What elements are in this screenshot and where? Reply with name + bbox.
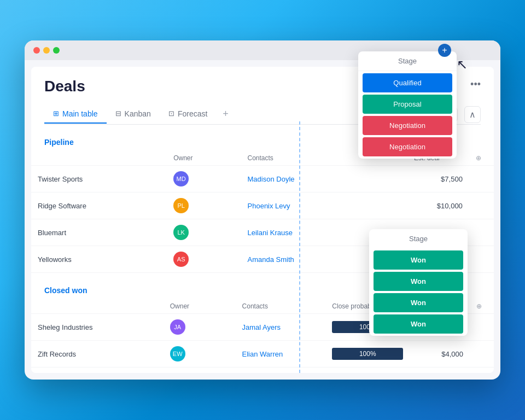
section-divider-line xyxy=(299,121,300,373)
won-option-3[interactable]: Won xyxy=(374,293,463,312)
contact-link[interactable]: Phoenix Levy xyxy=(248,202,290,210)
minimize-button[interactable] xyxy=(43,47,50,54)
table-row: Waissman Gallery SS Sam Spillberg 100% $… xyxy=(31,368,494,374)
contact-link[interactable]: Madison Doyle xyxy=(248,175,295,183)
avatar: AS xyxy=(173,252,189,267)
collapse-button[interactable]: ∧ xyxy=(464,106,481,123)
tab-kanban[interactable]: ⊟ Kanban xyxy=(107,105,160,124)
probability-bar: 100% xyxy=(332,348,403,360)
prob-cell: 100% xyxy=(325,341,410,368)
company-name-cell: Yelloworks xyxy=(31,246,167,273)
company-name-cell: Twister Sports xyxy=(31,166,167,192)
stage-cell xyxy=(334,192,407,219)
owner-cell: AS xyxy=(167,246,241,273)
contacts-cell[interactable]: Phoenix Levy xyxy=(241,192,334,219)
col-header-add: ⊕ xyxy=(469,151,494,166)
contact-link[interactable]: Jamal Ayers xyxy=(242,323,281,331)
contact-link[interactable]: Leilani Krause xyxy=(248,229,293,237)
won-option-4[interactable]: Won xyxy=(374,314,463,334)
est-deal-cell: $4,000 xyxy=(410,341,470,368)
tab-forecast[interactable]: ⊡ Forecast xyxy=(160,105,216,124)
close-button[interactable] xyxy=(33,47,40,54)
owner-cell: MD xyxy=(167,166,241,192)
avatar: PL xyxy=(173,198,189,213)
owner-cell: LK xyxy=(167,219,241,246)
est-deal-cell: $18,100 xyxy=(410,368,470,374)
col-header-owner: Owner xyxy=(164,299,236,314)
stage-option-proposal[interactable]: Proposal xyxy=(363,95,452,114)
owner-cell: SS xyxy=(164,368,236,374)
closed-won-group-title: Closed won xyxy=(44,286,88,295)
contact-link[interactable]: Elian Warren xyxy=(242,350,283,358)
tab-main-table[interactable]: ⊞ Main table xyxy=(44,105,107,124)
add-row-cell xyxy=(469,166,494,192)
more-options-button[interactable]: ••• xyxy=(470,79,481,90)
tab-kanban-label: Kanban xyxy=(125,109,151,118)
contacts-cell[interactable]: Leilani Krause xyxy=(241,219,334,246)
prob-cell: 100% xyxy=(325,368,410,374)
cursor-indicator: ↖ xyxy=(457,57,468,72)
kanban-icon: ⊟ xyxy=(115,109,121,118)
floating-add-button[interactable]: + xyxy=(438,44,451,57)
col-header-contacts: Contacts xyxy=(241,151,334,166)
stage-cell xyxy=(334,166,407,192)
tab-forecast-label: Forecast xyxy=(178,109,207,118)
owner-cell: EW xyxy=(164,341,236,368)
won-option-1[interactable]: Won xyxy=(374,250,463,270)
avatar: EW xyxy=(170,346,185,361)
table-row: Zift Records EW Elian Warren 100% $4,000 xyxy=(31,341,494,368)
owner-cell: PL xyxy=(167,192,241,219)
won-popup-header: Stage xyxy=(369,229,468,248)
won-option-2[interactable]: Won xyxy=(374,272,463,291)
add-column-icon[interactable]: ⊕ xyxy=(476,302,482,310)
owner-cell: JA xyxy=(164,314,236,341)
stage-dropdown-popup: Stage Qualified Proposal Negotiation Neg… xyxy=(358,51,457,159)
avatar: JA xyxy=(170,319,185,335)
traffic-lights xyxy=(33,47,60,54)
est-deal-cell: $10,000 xyxy=(407,192,469,219)
fullscreen-button[interactable] xyxy=(53,47,60,54)
stage-option-negotiation-2[interactable]: Negotiation xyxy=(363,137,452,156)
company-name-cell: Sheleg Industries xyxy=(31,314,164,341)
won-dropdown-popup: Stage Won Won Won Won xyxy=(369,229,468,336)
add-column-icon[interactable]: ⊕ xyxy=(476,154,481,162)
col-header-name xyxy=(31,299,164,314)
contacts-cell[interactable]: Jamal Ayers xyxy=(236,314,326,341)
col-header-owner: Owner xyxy=(167,151,241,166)
contact-link[interactable]: Amanda Smith xyxy=(248,255,294,264)
forecast-icon: ⊡ xyxy=(168,109,174,118)
tab-main-table-label: Main table xyxy=(62,109,98,118)
table-icon: ⊞ xyxy=(53,109,59,118)
stage-option-qualified[interactable]: Qualified xyxy=(363,73,452,92)
avatar: LK xyxy=(173,225,189,240)
add-row-cell xyxy=(469,246,494,273)
stage-option-negotiation-1[interactable]: Negotiation xyxy=(363,116,452,135)
add-tab-button[interactable]: + xyxy=(216,104,235,124)
add-row-cell xyxy=(469,192,494,219)
add-row-cell xyxy=(470,368,494,374)
table-row: Twister Sports MD Madison Doyle $7,500 xyxy=(31,166,494,192)
col-header-name xyxy=(31,151,167,166)
add-row-cell xyxy=(470,314,494,341)
col-header-contacts: Contacts xyxy=(236,299,326,314)
add-row-cell xyxy=(470,341,494,368)
contacts-cell[interactable]: Elian Warren xyxy=(236,341,326,368)
avatar: MD xyxy=(173,171,189,186)
contacts-cell[interactable]: Sam Spillberg xyxy=(236,368,326,374)
company-name-cell: Bluemart xyxy=(31,219,167,246)
contacts-cell[interactable]: Amanda Smith xyxy=(241,246,334,273)
browser-window: Deals ⊞ Main table ⊟ Kanban ⊡ Forecast + xyxy=(25,40,500,380)
table-row: Ridge Software PL Phoenix Levy $10,000 xyxy=(31,192,494,219)
company-name-cell: Zift Records xyxy=(31,341,164,368)
pipeline-group-title: Pipeline xyxy=(44,138,74,147)
est-deal-cell: $7,500 xyxy=(407,166,469,192)
contacts-cell[interactable]: Madison Doyle xyxy=(241,166,334,192)
add-row-cell xyxy=(469,219,494,246)
col-header-add: ⊕ xyxy=(470,299,494,314)
company-name-cell: Ridge Software xyxy=(31,192,167,219)
company-name-cell: Waissman Gallery xyxy=(31,368,164,374)
